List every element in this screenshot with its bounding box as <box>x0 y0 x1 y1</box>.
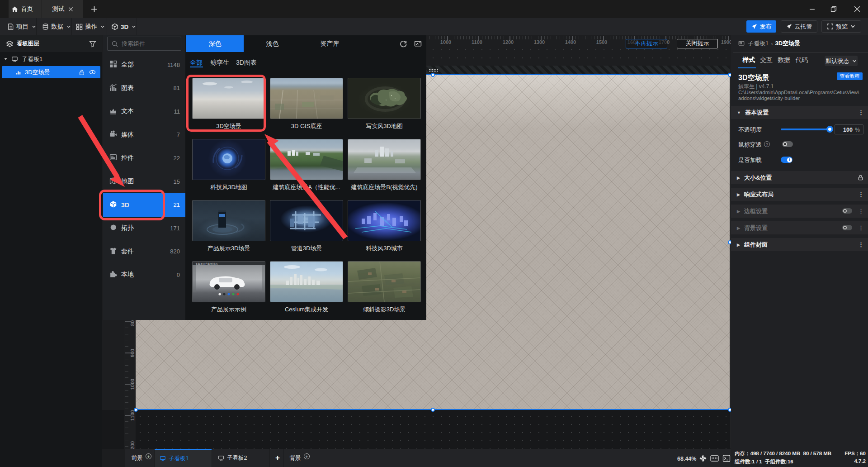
svg-text:某车展示台案例演示: 某车展示台案例演示 <box>195 262 218 266</box>
